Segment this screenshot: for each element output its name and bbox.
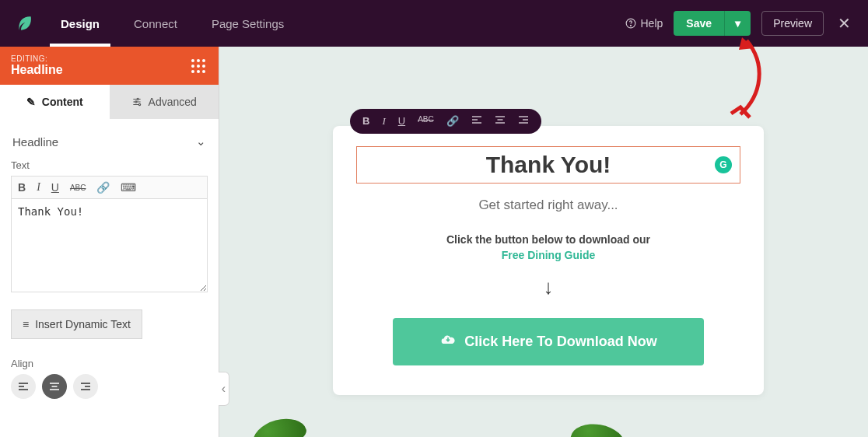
top-bar: Design Connect Page Settings Help Save ▼… [0,0,868,47]
sliders-icon [131,96,142,107]
sidebar-tab-content[interactable]: ✎ Content [0,85,110,119]
svg-point-3 [135,101,136,103]
text-editor-toolbar: B I U ABC 🔗 ⌨ [11,176,208,199]
help-link[interactable]: Help [625,17,663,30]
tab-page-settings[interactable]: Page Settings [194,0,301,47]
sidebar-tabs: ✎ Content Advanced [0,85,219,119]
help-icon [625,18,636,29]
subheadline-text[interactable]: Get started right away... [356,198,740,213]
float-align-left-icon[interactable] [471,115,482,128]
download-cta-button[interactable]: Click Here To Download Now [393,318,704,365]
bold-icon[interactable]: B [18,181,26,194]
float-link-icon[interactable]: 🔗 [446,115,459,128]
close-button[interactable]: ✕ [835,14,854,33]
sidebar-tab-content-label: Content [42,96,83,108]
code-icon: ≡ [23,318,29,330]
save-button[interactable]: Save [674,11,724,36]
download-cta-label: Click Here To Download Now [464,334,657,350]
editing-element-title: Headline [11,63,63,77]
sidebar-header: EDITING: Headline [0,47,219,85]
svg-point-1 [630,25,631,26]
align-left-button[interactable] [11,374,36,399]
cloud-download-icon [439,332,457,351]
float-align-center-icon[interactable] [495,115,506,128]
text-field-label: Text [11,159,208,171]
floating-text-toolbar: B I U ABC 🔗 [350,109,541,134]
body-line-1[interactable]: Click the button below to download our [356,233,740,246]
italic-icon[interactable]: I [37,181,40,194]
align-buttons [11,374,208,399]
align-field-label: Align [11,358,208,369]
drag-handle-icon[interactable] [189,57,208,75]
bg-leaf-icon [569,420,627,437]
sidebar-body: Headline ⌄ Text B I U ABC 🔗 ⌨ ≡ Insert D… [0,119,219,410]
float-align-right-icon[interactable] [518,115,529,128]
underline-icon[interactable]: U [51,181,59,194]
headline-text: Thank You! [486,152,611,177]
editing-label: EDITING: [11,54,63,63]
float-italic-icon[interactable]: I [382,115,385,128]
editor-canvas[interactable]: B I U ABC 🔗 Thank You! G Get started rig… [219,47,868,437]
save-dropdown-button[interactable]: ▼ [724,11,751,36]
grammarly-badge-icon[interactable]: G [715,156,732,173]
insert-dynamic-text-button[interactable]: ≡ Insert Dynamic Text [11,309,142,339]
float-strikethrough-icon[interactable]: ABC [418,115,434,128]
top-right: Help Save ▼ Preview ✕ [625,11,869,36]
strikethrough-icon[interactable]: ABC [70,184,86,192]
headline-text-input[interactable] [11,199,208,292]
save-button-group: Save ▼ [674,11,751,36]
arrow-down-icon: ↓ [356,275,740,299]
sidebar-tab-advanced[interactable]: Advanced [110,85,219,119]
tab-design[interactable]: Design [44,0,117,47]
float-underline-icon[interactable]: U [398,115,405,128]
preview-button[interactable]: Preview [761,11,824,36]
insert-dynamic-text-label: Insert Dynamic Text [35,318,131,330]
svg-point-2 [137,98,138,100]
pencil-icon: ✎ [26,96,36,108]
section-headline-toggle[interactable]: Headline ⌄ [11,130,208,159]
align-center-button[interactable] [42,374,67,399]
caret-down-icon: ▼ [733,18,743,30]
sidebar-tab-advanced-label: Advanced [149,96,197,108]
section-headline-title: Headline [12,135,58,149]
link-icon[interactable]: 🔗 [96,181,110,194]
align-right-button[interactable] [73,374,98,399]
page-card[interactable]: B I U ABC 🔗 Thank You! G Get started rig… [333,126,764,395]
headline-element[interactable]: Thank You! G [356,146,740,184]
close-icon: ✕ [838,15,851,32]
app-logo-icon [6,5,44,42]
bg-leaf-icon [250,414,310,437]
svg-point-4 [138,103,140,105]
float-bold-icon[interactable]: B [362,115,369,128]
chevron-down-icon: ⌄ [196,135,206,149]
body-line-2[interactable]: Free Dining Guide [356,249,740,261]
sidebar: EDITING: Headline ✎ Content Advanced Hea… [0,47,219,437]
help-label: Help [641,17,663,30]
tab-connect[interactable]: Connect [117,0,194,47]
keyboard-icon[interactable]: ⌨ [121,181,136,194]
